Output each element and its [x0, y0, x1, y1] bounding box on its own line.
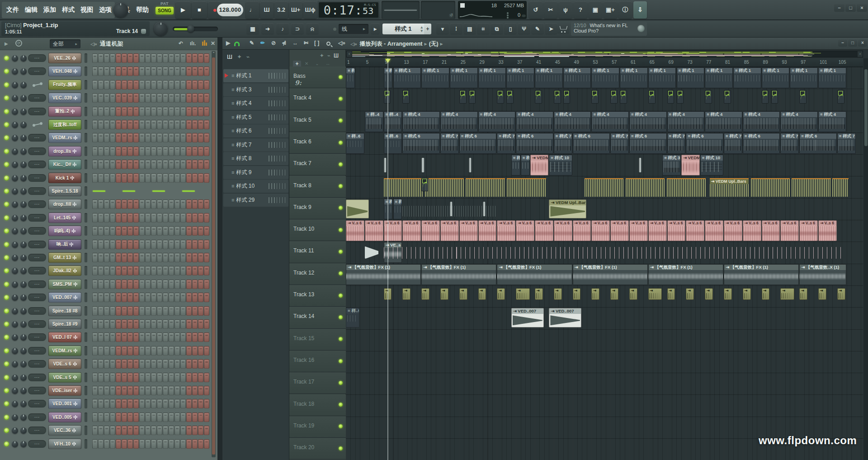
step-cell[interactable] [104, 439, 109, 449]
step-cell[interactable] [122, 253, 127, 262]
step-cell[interactable] [180, 80, 186, 90]
pattern-list-item[interactable]: ≡样式 3 [223, 83, 288, 96]
step-cell[interactable] [139, 346, 145, 356]
step-cell[interactable] [175, 107, 180, 116]
channel-button[interactable]: VED..005 [48, 412, 81, 422]
step-cell[interactable] [116, 413, 121, 422]
step-cell[interactable] [180, 413, 186, 422]
step-cell[interactable] [180, 93, 186, 103]
step-cell[interactable] [133, 293, 139, 302]
channel-pan-knob[interactable] [12, 441, 18, 447]
step-cell[interactable] [186, 319, 192, 329]
channel-volume-knob[interactable] [20, 161, 27, 168]
track-enable-led[interactable] [339, 206, 343, 210]
step-cell[interactable] [204, 426, 209, 435]
step-cell[interactable] [98, 93, 104, 103]
playlist-clip[interactable]: ⇥ V..s 6 [818, 220, 837, 241]
channel-button[interactable]: JDak..ll2 [48, 266, 81, 276]
step-cell[interactable] [104, 266, 109, 275]
step-cell[interactable] [139, 160, 145, 169]
step-cell[interactable] [122, 226, 127, 236]
step-cell[interactable] [192, 399, 198, 408]
step-cell[interactable] [151, 66, 156, 76]
step-cell[interactable] [192, 173, 198, 183]
channel-enable-led[interactable] [4, 322, 9, 327]
step-cell[interactable] [139, 293, 145, 302]
step-cell[interactable] [151, 413, 156, 422]
playlist-clip[interactable]: ≡ 样式 7 [780, 133, 799, 154]
menu-item[interactable]: 选项 [99, 6, 112, 14]
step-cell[interactable] [145, 280, 151, 289]
pattern-list-item[interactable]: ≡样式 10 [223, 180, 288, 193]
playlist-clip[interactable] [497, 90, 504, 104]
step-cell[interactable] [139, 199, 145, 209]
close-button[interactable]: × [858, 40, 867, 47]
step-cell[interactable] [186, 240, 192, 249]
playlist-clip[interactable]: ⇥ [478, 288, 486, 300]
snap-selector[interactable]: 线▸ [339, 24, 368, 34]
step-cell[interactable] [122, 439, 127, 449]
step-cell[interactable] [116, 226, 121, 236]
step-cell[interactable] [198, 426, 203, 435]
pattern-add-button[interactable]: + [424, 24, 431, 34]
step-cell[interactable] [169, 266, 174, 275]
playlist-clip[interactable]: ≡ 样式 10 [700, 155, 723, 175]
typing-keyboard-icon[interactable]: ▦ [246, 23, 259, 35]
step-cell[interactable] [92, 266, 98, 275]
playlist-clip[interactable] [639, 158, 642, 172]
channel-button[interactable]: VED..l 07 [48, 332, 81, 342]
playlist-clip[interactable]: ⇥ V..s 6 [724, 220, 742, 241]
slice-tool-icon[interactable]: ✄ [304, 40, 308, 46]
channel-volume-knob[interactable] [20, 348, 27, 354]
playlist-clip[interactable]: ⇥ [629, 288, 637, 300]
step-cell[interactable] [98, 306, 104, 316]
step-cell[interactable] [169, 306, 174, 316]
track-header[interactable]: Track 18 [289, 394, 346, 416]
step-cell[interactable] [186, 386, 192, 395]
step-cell[interactable] [133, 133, 139, 142]
playlist-clip[interactable]: ≡ 样..1 [346, 67, 355, 88]
step-cell[interactable] [127, 293, 133, 302]
channel-target-display[interactable]: --- [28, 227, 46, 235]
piano-roll-icon[interactable]: ⌗ [477, 23, 490, 35]
playlist-clip[interactable]: ≡ 样..4 [365, 111, 383, 132]
step-cell[interactable] [133, 147, 139, 156]
playlist-vscrollbar[interactable] [863, 58, 868, 460]
channel-volume-knob[interactable] [20, 55, 27, 62]
step-cell[interactable] [175, 399, 180, 408]
step-cell[interactable] [198, 173, 203, 183]
step-cell[interactable] [175, 426, 180, 435]
step-cell[interactable] [163, 373, 168, 382]
channel-enable-led[interactable] [4, 388, 9, 393]
step-cell[interactable] [98, 53, 104, 63]
step-cell[interactable] [116, 253, 121, 262]
track-enable-led[interactable] [339, 97, 343, 101]
step-cell[interactable] [169, 280, 174, 289]
playlist-clip[interactable]: ⇥ 【气氛音效】FX (1) [648, 264, 723, 285]
channel-button[interactable]: VEDM..rs [48, 133, 81, 143]
step-cell[interactable] [139, 306, 145, 316]
step-cell[interactable] [198, 280, 203, 289]
step-cell[interactable] [169, 439, 174, 449]
step-cell[interactable] [110, 173, 115, 183]
step-cell[interactable] [175, 173, 180, 183]
step-cell[interactable] [163, 240, 168, 249]
step-cell[interactable] [198, 266, 203, 275]
step-cell[interactable] [186, 332, 192, 342]
step-cell[interactable] [169, 133, 174, 142]
step-cell[interactable] [151, 426, 156, 435]
step-cell[interactable] [98, 293, 104, 302]
playlist-clip[interactable]: ≡ 样式 6 [573, 133, 610, 154]
step-cell[interactable] [198, 120, 203, 129]
step-cell[interactable] [139, 53, 145, 63]
step-cell[interactable] [116, 332, 121, 342]
step-cell[interactable] [122, 160, 127, 169]
playlist-clip[interactable]: ≡ 样式 6 [629, 133, 667, 154]
step-cell[interactable] [151, 373, 156, 382]
step-cell[interactable] [175, 439, 180, 449]
step-cell[interactable] [92, 439, 98, 449]
step-cell[interactable] [110, 120, 115, 129]
step-cell[interactable] [127, 332, 133, 342]
step-cell[interactable] [116, 147, 121, 156]
mute-tool-icon[interactable]: ⋪ [282, 40, 286, 46]
